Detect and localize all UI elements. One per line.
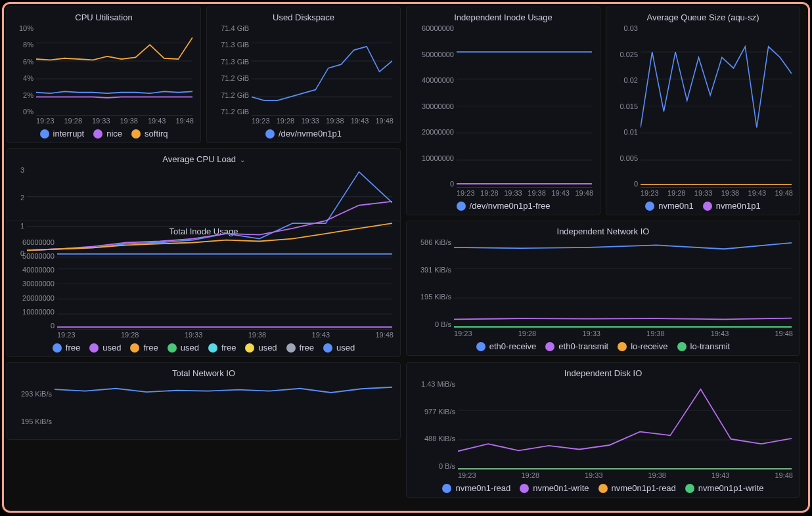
panel-total-inode-usage[interactable]: Total Inode Usage 6000000050000000400000… xyxy=(7,221,401,357)
legend-item[interactable]: free xyxy=(130,343,158,353)
legend-item[interactable]: lo-transmit xyxy=(677,341,731,351)
dashboard-frame: CPU Utilisation 10%8%6%4%2%0% 19:2319:28… xyxy=(2,2,810,513)
legend-item[interactable]: used xyxy=(168,343,199,353)
panel-title: Average Queue Size (aqu-sz) xyxy=(613,12,793,22)
legend: /dev/nvme0n1p1 xyxy=(214,129,394,139)
plot-area[interactable] xyxy=(641,25,792,188)
plot-area[interactable] xyxy=(454,239,792,328)
legend: eth0-receiveeth0-transmitlo-receivelo-tr… xyxy=(413,341,793,351)
legend-item[interactable]: used xyxy=(245,343,277,353)
legend-swatch xyxy=(323,343,332,353)
chart-body: 6000000050000000400000003000000020000000… xyxy=(413,25,593,188)
legend-item[interactable]: softirq xyxy=(131,129,168,139)
legend-item[interactable]: nvme0n1-write xyxy=(520,483,589,493)
legend-swatch xyxy=(245,343,254,353)
legend-label: nvme0n1-write xyxy=(533,483,589,493)
legend-label: nvme0n1p1 xyxy=(716,201,761,211)
legend-item[interactable]: free xyxy=(53,343,80,353)
plot-area[interactable] xyxy=(457,25,592,188)
y-axis: 293 KiB/s195 KiB/s xyxy=(14,381,52,435)
plot-area[interactable] xyxy=(458,381,792,470)
legend: nvme0n1-readnvme0n1-writenvme0n1p1-readn… xyxy=(413,483,793,493)
legend-swatch xyxy=(520,484,529,493)
panel-total-network-io[interactable]: Total Network IO 293 KiB/s195 KiB/s xyxy=(7,362,401,440)
chart-body: 10%8%6%4%2%0% xyxy=(14,25,194,116)
legend-label: used xyxy=(181,343,199,353)
panel-cpu-utilisation[interactable]: CPU Utilisation 10%8%6%4%2%0% 19:2319:28… xyxy=(7,7,201,143)
legend-label: interrupt xyxy=(53,129,85,139)
legend-label: used xyxy=(336,343,355,353)
chevron-down-icon[interactable]: ⌄ xyxy=(240,156,245,163)
panel-title[interactable]: Average CPU Load ⌄ xyxy=(14,154,394,164)
legend-swatch xyxy=(442,484,451,493)
panel-title: CPU Utilisation xyxy=(14,12,194,22)
legend-swatch xyxy=(40,129,49,139)
panel-title: Independent Network IO xyxy=(413,226,793,236)
legend: interruptnicesoftirq xyxy=(14,129,194,139)
legend-swatch xyxy=(476,342,485,351)
title-text: Average CPU Load xyxy=(162,154,236,164)
legend-swatch xyxy=(286,343,296,353)
legend-label: free xyxy=(66,343,80,353)
x-axis: 19:2319:2819:3319:3819:4319:48 xyxy=(457,188,593,197)
legend-label: nice xyxy=(106,129,122,139)
y-axis: 6000000050000000400000003000000020000000… xyxy=(413,25,454,188)
x-axis: 19:2319:2819:3319:3819:4319:48 xyxy=(57,330,394,339)
legend-label: eth0-receive xyxy=(489,341,537,351)
plot-area[interactable] xyxy=(55,381,392,435)
legend-item[interactable]: nice xyxy=(93,129,122,139)
panel-title: Used Diskspace xyxy=(214,12,394,22)
legend-swatch xyxy=(545,342,554,351)
legend-item[interactable]: eth0-transmit xyxy=(545,341,608,351)
legend-item[interactable]: free xyxy=(286,343,314,353)
panel-independent-inode-usage[interactable]: Independent Inode Usage 6000000050000000… xyxy=(406,7,600,215)
legend-label: softirq xyxy=(145,129,168,139)
legend-label: free xyxy=(221,343,236,353)
plot-area[interactable] xyxy=(36,25,192,116)
legend-item[interactable]: nvme0n1 xyxy=(645,201,693,211)
legend-item[interactable]: nvme0n1-read xyxy=(442,483,510,493)
legend-swatch xyxy=(208,343,217,353)
legend-item[interactable]: free xyxy=(208,343,236,353)
legend-swatch xyxy=(685,484,694,493)
chart-body: 586 KiB/s391 KiB/s195 KiB/s0 B/s xyxy=(413,239,793,328)
legend-label: lo-transmit xyxy=(690,341,731,351)
legend-item[interactable]: interrupt xyxy=(40,129,85,139)
legend-item[interactable]: nvme0n1p1 xyxy=(703,201,761,211)
panel-used-diskspace[interactable]: Used Diskspace 71.4 GiB71.3 GiB71.3 GiB7… xyxy=(206,7,401,143)
legend-swatch xyxy=(89,343,99,353)
legend: nvme0n1nvme0n1p1 xyxy=(613,201,793,211)
legend-item[interactable]: /dev/nvme0n1p1 xyxy=(265,129,342,139)
legend-swatch xyxy=(618,342,627,351)
y-axis: 0.030.0250.020.0150.010.0050 xyxy=(613,25,638,188)
legend-label: free xyxy=(300,343,314,353)
legend-item[interactable]: eth0-receive xyxy=(476,341,537,351)
plot-area[interactable] xyxy=(252,25,392,116)
legend-item[interactable]: /dev/nvme0n1p1-free xyxy=(457,201,551,211)
legend-item[interactable]: nvme0n1p1-write xyxy=(685,483,764,493)
panel-title: Independent Disk IO xyxy=(413,368,793,378)
plot-area[interactable] xyxy=(57,239,392,330)
legend-swatch xyxy=(457,202,466,211)
legend-swatch xyxy=(265,129,275,139)
chart-body: 1.43 MiB/s977 KiB/s488 KiB/s0 B/s xyxy=(413,381,793,470)
legend: /dev/nvme0n1p1-free xyxy=(413,201,593,211)
legend-label: /dev/nvme0n1p1 xyxy=(279,129,342,139)
panel-average-queue-size[interactable]: Average Queue Size (aqu-sz) 0.030.0250.0… xyxy=(606,7,800,215)
legend: freeusedfreeusedfreeusedfreeused xyxy=(14,343,394,353)
legend-label: nvme0n1p1-write xyxy=(698,483,764,493)
dashboard-grid: CPU Utilisation 10%8%6%4%2%0% 19:2319:28… xyxy=(7,7,805,498)
y-axis: 586 KiB/s391 KiB/s195 KiB/s0 B/s xyxy=(413,239,451,328)
legend-swatch xyxy=(130,343,139,353)
x-axis: 19:2319:2819:3319:3819:4319:48 xyxy=(641,188,793,197)
legend-swatch xyxy=(53,343,62,353)
legend-swatch xyxy=(93,129,102,139)
legend-item[interactable]: used xyxy=(323,343,355,353)
legend-item[interactable]: used xyxy=(89,343,121,353)
panel-independent-network-io[interactable]: Independent Network IO 586 KiB/s391 KiB/… xyxy=(406,221,800,356)
legend-item[interactable]: lo-receive xyxy=(618,341,667,351)
legend-label: free xyxy=(143,343,158,353)
legend-item[interactable]: nvme0n1p1-read xyxy=(598,483,676,493)
x-axis: 19:2319:2819:3319:3819:4319:48 xyxy=(458,470,793,479)
panel-independent-disk-io[interactable]: Independent Disk IO 1.43 MiB/s977 KiB/s4… xyxy=(406,362,800,498)
